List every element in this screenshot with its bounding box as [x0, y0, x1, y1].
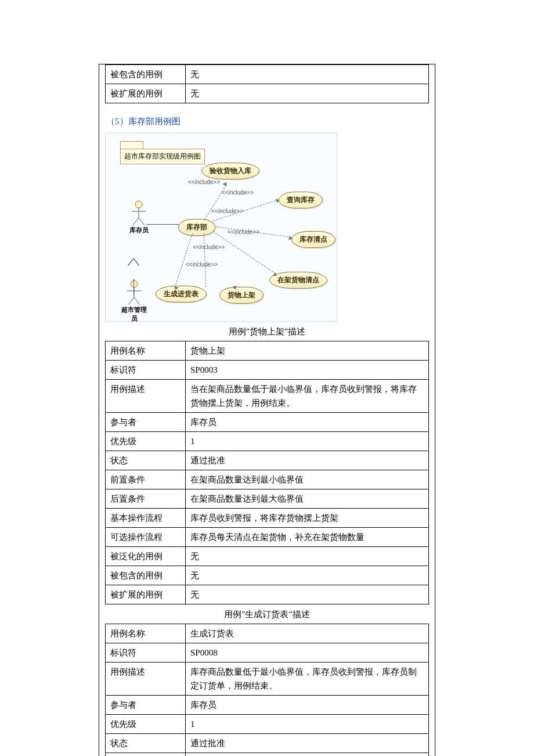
- row-value: 无: [186, 84, 429, 103]
- table-row: 优先级1: [106, 432, 429, 451]
- row-value: 在架商品数量达到最大临界值: [186, 489, 429, 509]
- row-label: 用例名称: [106, 341, 186, 361]
- row-value: 通过批准: [186, 451, 429, 470]
- row-label: 被包含的用例: [106, 566, 186, 585]
- generalization-arrowhead-icon: [128, 259, 139, 266]
- row-label: 用例描述: [106, 380, 186, 413]
- row-label: 参与者: [106, 413, 186, 432]
- svg-point-5: [131, 280, 138, 287]
- row-value: SP0008: [186, 643, 429, 663]
- usecase-query-stock: 查询库存: [279, 192, 323, 208]
- usecase-gen-purchase: 生成进货表: [156, 286, 207, 303]
- row-label: 被包含的用例: [106, 65, 186, 84]
- actor-admin: 超市管理员: [120, 280, 149, 323]
- include-line: [212, 231, 275, 274]
- row-label: 基本操作流程: [106, 509, 186, 528]
- row-value: 通过批准: [186, 734, 429, 753]
- row-label: 可选操作流程: [106, 528, 186, 547]
- actor-stock-clerk: 库存员: [124, 200, 153, 235]
- row-label: 前置条件: [106, 470, 186, 489]
- svg-point-0: [135, 201, 142, 208]
- stereotype-label: <<include>>: [228, 229, 259, 235]
- table-row: 优先级1: [106, 715, 429, 734]
- row-label: 状态: [106, 451, 186, 470]
- row-label: 参与者: [106, 696, 186, 715]
- row-value: 库存商品数量低于最小临界值，库存员收到警报，库存员制定订货单，用例结束。: [186, 663, 429, 696]
- row-value: 货物上架: [186, 341, 429, 361]
- row-value: SP0003: [186, 361, 429, 380]
- table-row: 标识符SP0003: [106, 361, 429, 380]
- row-value: 1: [186, 715, 429, 734]
- diagram-title: 超市库存部实现级用例图: [120, 149, 205, 164]
- stereotype-label: <<include>>: [222, 189, 254, 196]
- row-label: 优先级: [106, 715, 186, 734]
- generalization-line: [134, 279, 134, 295]
- row-value: 无: [186, 566, 429, 585]
- row-label: 被扩展的用例: [106, 585, 186, 604]
- row-label: 被扩展的用例: [106, 84, 186, 103]
- association-line: [146, 224, 179, 225]
- table-row: 用例名称生成订货表: [106, 624, 429, 643]
- row-value: 库存员收到警报，将库存货物摆上货架: [186, 509, 429, 528]
- row-label: 前置条件: [106, 753, 186, 757]
- table1-caption: 用例"货物上架"描述: [99, 326, 435, 337]
- svg-line-8: [128, 297, 134, 305]
- row-value: 在架商品数量达到最小临界值: [186, 470, 429, 489]
- table-row: 用例描述库存商品数量低于最小临界值，库存员收到警报，库存员制定订货单，用例结束。: [106, 663, 429, 696]
- table-row: 参与者库存员: [106, 696, 429, 715]
- row-value: 当在架商品数量低于最小临界值，库存员收到警报，将库存货物摆上货架，用例结束。: [186, 380, 429, 413]
- row-value: 无: [186, 585, 429, 604]
- table-row: 被泛化的用例无: [106, 547, 429, 566]
- stereotype-label: <<include>>: [211, 208, 243, 214]
- stereotype-label: <<include>>: [186, 261, 218, 268]
- arrowhead-icon: [223, 181, 229, 186]
- row-label: 标识符: [106, 643, 186, 663]
- table-row: 用例描述当在架商品数量低于最小临界值，库存员收到警报，将库存货物摆上货架，用例结…: [106, 380, 429, 413]
- page-frame: 被包含的用例 无 被扩展的用例 无 （5）库存部用例图 超市库存部实现级用例图: [99, 64, 435, 756]
- row-label: 优先级: [106, 432, 186, 451]
- table-row: 被扩展的用例无: [106, 585, 429, 604]
- usecase-shelve-goods: 货物上架: [219, 287, 264, 304]
- actor-label: 超市管理员: [120, 305, 149, 323]
- stereotype-label: <<include>>: [188, 179, 220, 185]
- table-row: 前置条件库存商品数量达到最小临界值: [106, 753, 429, 757]
- row-label: 后置条件: [106, 489, 186, 509]
- usecase-table-2: 用例名称生成订货表 标识符SP0008 用例描述库存商品数量低于最小临界值，库存…: [105, 624, 429, 756]
- include-line: [175, 233, 193, 288]
- top-continuation-table: 被包含的用例 无 被扩展的用例 无: [105, 64, 429, 103]
- usecase-store-dept: 库存部: [178, 219, 215, 236]
- section-title: （5）库存部用例图: [106, 116, 435, 127]
- actor-label: 库存员: [124, 226, 153, 235]
- stereotype-label: <<include>>: [193, 244, 225, 250]
- row-value: 生成订货表: [186, 624, 429, 643]
- row-value: 库存员每天清点在架货物，补充在架货物数量: [186, 528, 429, 547]
- row-value: 库存员: [186, 413, 429, 432]
- table-row: 被包含的用例无: [106, 566, 429, 585]
- arrowhead-icon: [288, 236, 293, 241]
- table-row: 被扩展的用例 无: [106, 84, 429, 103]
- include-line: [204, 233, 206, 287]
- table-row: 状态通过批准: [106, 734, 429, 753]
- usecase-diagram: 超市库存部实现级用例图 库存员: [105, 133, 337, 322]
- usecase-table-1: 用例名称货物上架 标识符SP0003 用例描述当在架商品数量低于最小临界值，库存…: [105, 341, 429, 604]
- svg-line-3: [133, 218, 139, 225]
- table-row: 基本操作流程库存员收到警报，将库存货物摆上货架: [106, 509, 429, 528]
- row-label: 被泛化的用例: [106, 547, 186, 566]
- svg-line-4: [139, 218, 145, 225]
- usecase-stock-count: 库存清点: [291, 231, 335, 248]
- table-row: 后置条件在架商品数量达到最大临界值: [106, 489, 429, 509]
- table-row: 可选操作流程库存员每天清点在架货物，补充在架货物数量: [106, 528, 429, 547]
- row-value: 库存员: [186, 696, 429, 715]
- row-value: 1: [186, 432, 429, 451]
- row-label: 状态: [106, 734, 186, 753]
- table-row: 前置条件在架商品数量达到最小临界值: [106, 470, 429, 489]
- usecase-accept-goods: 验收货物入库: [201, 163, 259, 179]
- table2-caption: 用例"生成订货表"描述: [99, 609, 435, 620]
- row-value: 库存商品数量达到最小临界值: [186, 753, 429, 757]
- row-value: 无: [186, 547, 429, 566]
- usecase-diagram-container: 超市库存部实现级用例图 库存员: [105, 133, 429, 322]
- row-label: 用例描述: [106, 663, 186, 696]
- table-row: 参与者库存员: [106, 413, 429, 432]
- svg-line-9: [134, 297, 140, 305]
- table-row: 状态通过批准: [106, 451, 429, 470]
